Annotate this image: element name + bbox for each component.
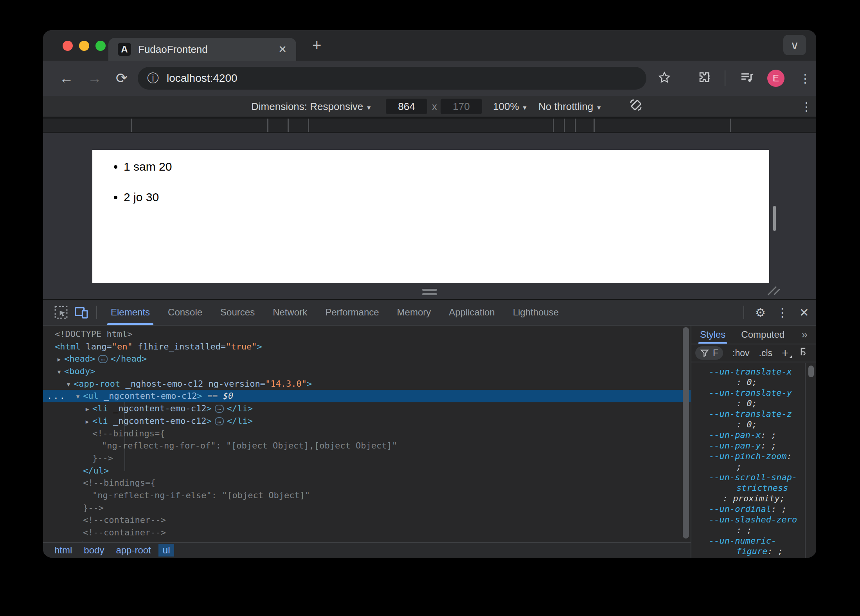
render-emulation-icon[interactable] — [798, 347, 808, 359]
css-declaration-line[interactable]: --un-translate-x — [709, 366, 804, 377]
devtools-tab-network[interactable]: Network — [264, 300, 316, 325]
site-info-icon[interactable]: ⓘ — [147, 70, 159, 86]
zoom-select[interactable]: 100%▾ — [493, 100, 527, 112]
viewport-height-input[interactable]: 170 — [441, 99, 482, 114]
dom-tree-row[interactable]: ▸<li _ngcontent-emo-c12>…</li> — [43, 402, 691, 415]
close-window-button[interactable] — [63, 41, 73, 51]
expand-arrow-icon[interactable]: ▸ — [82, 403, 92, 416]
css-declaration-line[interactable]: --un-pan-x: ; — [709, 430, 804, 440]
dom-tree-row[interactable]: <!--container--> — [43, 526, 691, 539]
dom-tree-row[interactable]: ▾<app-root _nghost-emo-c12 ng-version="1… — [43, 378, 691, 390]
css-declaration-line[interactable]: : proximity; — [709, 493, 804, 504]
dom-tree-row[interactable]: ▸<li _ngcontent-emo-c12>…</li> — [43, 415, 691, 427]
forward-icon[interactable]: → — [88, 70, 102, 86]
expand-arrow-icon[interactable]: ▸ — [54, 353, 64, 366]
devtools-settings-gear-icon[interactable]: ⚙ — [755, 306, 766, 319]
css-declaration-line[interactable]: --un-ordinal: ; — [709, 504, 804, 514]
devtools-tab-performance[interactable]: Performance — [316, 300, 388, 325]
tab-styles[interactable]: Styles — [700, 326, 725, 344]
address-bar[interactable]: ⓘ localhost:4200 — [138, 67, 646, 90]
css-declaration-line[interactable]: strictness — [709, 483, 804, 493]
dom-row-gutter-ellipsis[interactable]: ... — [47, 390, 66, 402]
browser-tab[interactable]: A FudaoFrontend ✕ — [108, 38, 296, 61]
css-declaration-line[interactable]: --un-scroll-snap- — [709, 472, 804, 483]
back-icon[interactable]: ← — [59, 70, 74, 86]
profile-avatar[interactable]: E — [767, 70, 784, 87]
viewport-scrollbar[interactable] — [773, 206, 776, 231]
css-declaration-line[interactable]: : 0; — [709, 398, 804, 409]
dom-tree-row[interactable]: ...▾<ul _ngcontent-emo-c12> == $0 — [43, 390, 691, 402]
dom-tree-row[interactable]: }--> — [43, 452, 691, 465]
devtools-tab-application[interactable]: Application — [440, 300, 504, 325]
tab-computed[interactable]: Computed — [741, 326, 784, 344]
expand-arrow-icon[interactable]: ▸ — [82, 416, 92, 428]
devtools-tab-elements[interactable]: Elements — [102, 300, 159, 325]
css-declaration-line[interactable]: figure: ; — [709, 546, 804, 557]
devtools-close-icon[interactable]: ✕ — [799, 306, 809, 319]
media-controls-icon[interactable] — [739, 70, 755, 87]
dom-tree-row[interactable]: <!--container--> — [43, 514, 691, 526]
device-toolbar-kebab-icon[interactable]: ⋮ — [801, 99, 812, 113]
css-declaration-line[interactable]: : 0; — [709, 419, 804, 430]
css-declaration-line[interactable]: ; — [709, 461, 804, 472]
dom-tree-row[interactable]: </app-root> — [43, 539, 691, 542]
viewport-resize-grip[interactable] — [768, 284, 782, 297]
throttling-select[interactable]: No throttling▾ — [538, 100, 601, 112]
new-style-rule-button[interactable]: + — [782, 346, 789, 360]
browser-menu-kebab-icon[interactable]: ⋮ — [799, 72, 811, 85]
devtools-tab-console[interactable]: Console — [159, 300, 211, 325]
dom-tree-row[interactable]: ▾<body> — [43, 365, 691, 378]
expand-arrow-icon[interactable]: ▾ — [73, 391, 83, 403]
new-tab-button[interactable]: + — [312, 36, 321, 54]
dom-tree-row[interactable]: </ul> — [43, 465, 691, 477]
css-declaration-line[interactable]: --un-pinch-zoom: — [709, 451, 804, 461]
css-declaration-line[interactable]: : 0; — [709, 377, 804, 387]
dimensions-select[interactable]: Dimensions: Responsive▾ — [251, 100, 371, 112]
dom-tree-scrollbar[interactable] — [683, 327, 689, 539]
devtools-menu-kebab-icon[interactable]: ⋮ — [777, 306, 788, 319]
breadcrumb-item-body[interactable]: body — [79, 544, 108, 557]
minimize-window-button[interactable] — [79, 41, 89, 51]
collapsed-content-icon[interactable]: … — [98, 355, 107, 363]
dom-tree-row[interactable]: <!DOCTYPE html> — [43, 328, 691, 340]
toggle-device-toolbar-icon[interactable] — [71, 302, 92, 322]
css-declaration-line[interactable]: --un-translate-y — [709, 387, 804, 398]
dom-tree-row[interactable]: }--> — [43, 502, 691, 514]
breadcrumb-item-html[interactable]: html — [50, 544, 76, 557]
extensions-puzzle-icon[interactable] — [697, 70, 712, 86]
url-text[interactable]: localhost:4200 — [167, 72, 237, 85]
collapsed-content-icon[interactable]: … — [215, 417, 224, 425]
devtools-tab-lighthouse[interactable]: Lighthouse — [504, 300, 568, 325]
rotate-viewport-icon[interactable] — [628, 97, 644, 115]
element-classes-button[interactable]: .cls — [759, 348, 773, 358]
breadcrumb-item-app-root[interactable]: app-root — [112, 544, 155, 557]
tab-search-chevron-icon[interactable]: ∨ — [783, 35, 806, 55]
reload-icon[interactable]: ⟳ — [116, 70, 128, 86]
more-tabs-icon[interactable]: » — [801, 328, 808, 341]
bookmark-star-icon[interactable] — [657, 70, 671, 86]
inspect-element-icon[interactable] — [51, 302, 71, 322]
breadcrumb-item-ul[interactable]: ul — [158, 544, 175, 557]
styles-scrollbar-thumb[interactable] — [808, 366, 814, 377]
dom-tree-row[interactable]: "ng-reflect-ng-for-of": "[object Object]… — [43, 439, 691, 452]
viewport-width-input[interactable]: 864 — [386, 99, 427, 114]
dom-tree-row[interactable]: ▸<head>…</head> — [43, 353, 691, 365]
dom-tree-row[interactable]: <html lang="en" f1hire_installed="true"> — [43, 340, 691, 353]
css-declaration-line[interactable]: --un-numeric- — [709, 557, 804, 558]
tab-close-icon[interactable]: ✕ — [278, 43, 287, 56]
dom-tree-row[interactable]: <!--bindings={ — [43, 477, 691, 489]
devtools-tab-memory[interactable]: Memory — [388, 300, 440, 325]
toggle-element-state-button[interactable]: :hov — [732, 348, 749, 358]
css-declaration-line[interactable]: --un-translate-z — [709, 409, 804, 419]
css-declaration-line[interactable]: : ; — [709, 525, 804, 535]
styles-filter-input[interactable]: F — [695, 346, 723, 360]
css-declaration-line[interactable]: --un-pan-y: ; — [709, 440, 804, 451]
dom-tree-row[interactable]: "ng-reflect-ng-if-else": "[object Object… — [43, 489, 691, 502]
collapsed-content-icon[interactable]: … — [215, 405, 224, 413]
dom-tree-row[interactable]: <!--bindings={ — [43, 427, 691, 440]
devtools-tab-sources[interactable]: Sources — [211, 300, 264, 325]
css-declaration-line[interactable]: --un-numeric- — [709, 535, 804, 546]
devtools-drag-handle[interactable] — [422, 289, 437, 297]
expand-arrow-icon[interactable]: ▾ — [54, 366, 64, 378]
zoom-window-button[interactable] — [95, 41, 106, 51]
